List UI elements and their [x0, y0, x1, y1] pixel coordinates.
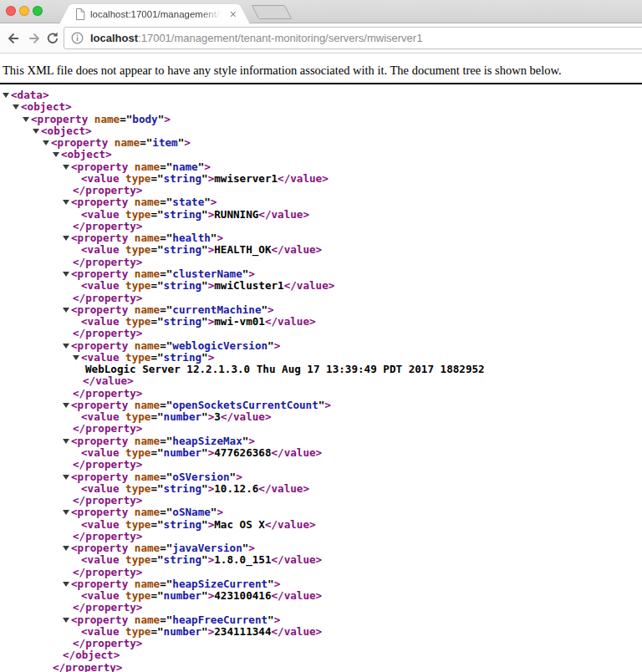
- address-bar[interactable]: localhost:17001/management/tenant-monito…: [64, 27, 642, 49]
- xml-token: =": [150, 351, 163, 364]
- tab-title: localhost:17001/management/t: [90, 9, 225, 19]
- xml-token: RUNNING: [214, 208, 258, 221]
- url-text: localhost:17001/management/tenant-monito…: [90, 32, 422, 44]
- xml-token: item: [152, 136, 177, 149]
- xml-token: number: [164, 446, 202, 459]
- xml-token: >: [164, 113, 171, 125]
- xml-token: =": [150, 315, 163, 328]
- xml-token: =": [160, 435, 172, 447]
- xml-style-notice: This XML file does not appear to have an…: [0, 53, 642, 83]
- page-info-icon[interactable]: [71, 32, 84, 44]
- collapse-arrow-icon[interactable]: [63, 507, 71, 516]
- xml-token: </property>: [73, 530, 142, 542]
- xml-token: >: [217, 232, 223, 244]
- xml-token: =": [160, 160, 172, 173]
- xml-token: <property: [71, 232, 135, 244]
- collapse-arrow-icon[interactable]: [63, 305, 71, 313]
- xml-token: >: [248, 435, 255, 447]
- collapse-arrow-icon[interactable]: [63, 543, 71, 552]
- xml-token: </value>: [265, 518, 316, 531]
- xml-token: <property: [71, 196, 135, 208]
- xml-token: currentMachine: [172, 303, 261, 316]
- xml-token: >: [274, 578, 281, 590]
- xml-token: ": [201, 589, 208, 602]
- xml-token: string: [164, 351, 202, 364]
- xml-token: <value: [81, 446, 125, 459]
- xml-token: >: [184, 136, 191, 149]
- xml-token: <value: [81, 172, 125, 185]
- xml-token: type: [125, 589, 150, 602]
- collapse-arrow-icon[interactable]: [63, 472, 71, 481]
- collapse-arrow-icon[interactable]: [63, 269, 71, 277]
- collapse-arrow-icon[interactable]: [13, 102, 21, 110]
- xml-token: ": [201, 625, 208, 638]
- collapse-arrow-icon[interactable]: [63, 400, 71, 409]
- xml-token: <property: [71, 339, 135, 352]
- collapse-arrow-icon[interactable]: [63, 233, 71, 242]
- collapse-arrow-icon[interactable]: [63, 341, 71, 349]
- xml-token: <value: [81, 482, 125, 495]
- xml-token: name: [135, 542, 160, 554]
- xml-line: </property>: [0, 221, 642, 232]
- xml-token: WebLogic Server 12.2.1.3.0 Thu Aug 17 13…: [85, 363, 485, 375]
- xml-token: </value>: [284, 279, 335, 292]
- collapse-arrow-icon[interactable]: [23, 115, 31, 123]
- xml-token: HEALTH_OK: [214, 243, 271, 256]
- xml-line: <property name="clusterName">: [0, 268, 642, 280]
- xml-token: string: [164, 518, 202, 531]
- xml-token: <property: [31, 113, 94, 125]
- collapse-arrow-icon[interactable]: [3, 90, 11, 99]
- window-minimize-button[interactable]: [19, 6, 29, 16]
- browser-tab[interactable]: localhost:17001/management/t ×: [63, 4, 247, 24]
- forward-button[interactable]: [27, 31, 42, 46]
- xml-token: name: [135, 232, 160, 244]
- xml-line: </property>: [0, 388, 642, 400]
- xml-line: <property name="currentMachine">: [0, 304, 642, 316]
- xml-line: </property>: [0, 185, 642, 196]
- xml-token: <value: [81, 243, 125, 256]
- xml-token: </property>: [73, 422, 142, 435]
- xml-line: <value type="string">mwi-vm01</value>: [0, 316, 642, 328]
- back-button[interactable]: [6, 31, 21, 46]
- xml-viewer: This XML file does not appear to have an…: [0, 53, 642, 672]
- xml-token: string: [164, 315, 202, 328]
- collapse-arrow-icon[interactable]: [63, 615, 71, 624]
- collapse-arrow-icon[interactable]: [33, 126, 41, 135]
- xml-token: state: [172, 196, 204, 208]
- xml-line: <object>: [0, 125, 642, 137]
- collapse-arrow-icon[interactable]: [43, 138, 51, 146]
- xml-token: =": [150, 518, 163, 531]
- tab-strip: localhost:17001/management/t ×: [0, 0, 642, 23]
- xml-token: =": [160, 578, 172, 590]
- xml-token: =": [150, 553, 163, 566]
- window-zoom-button[interactable]: [33, 6, 43, 16]
- collapse-arrow-icon[interactable]: [63, 197, 71, 206]
- xml-token: type: [125, 518, 150, 531]
- collapse-arrow-icon[interactable]: [63, 436, 71, 445]
- xml-line: <value type="string">: [0, 352, 642, 364]
- xml-token: <property: [71, 578, 135, 590]
- xml-token: ": [204, 196, 211, 208]
- xml-token: =": [160, 339, 172, 352]
- window-controls: [0, 0, 54, 23]
- xml-token: =": [150, 172, 163, 185]
- tab-close-icon[interactable]: ×: [230, 9, 237, 19]
- xml-token: </property>: [53, 661, 122, 672]
- xml-line: <property name="heapFreeCurrent">: [0, 614, 642, 626]
- xml-token: <value: [81, 589, 125, 602]
- xml-token: =": [120, 113, 132, 125]
- xml-token: name: [135, 471, 160, 483]
- xml-line: <property name="weblogicVersion">: [0, 340, 642, 352]
- xml-token: name: [135, 435, 160, 447]
- collapse-arrow-icon[interactable]: [73, 353, 81, 361]
- collapse-arrow-icon[interactable]: [53, 150, 61, 158]
- window-close-button[interactable]: [6, 6, 16, 16]
- xml-token: </property>: [73, 256, 142, 268]
- new-tab-button[interactable]: [252, 5, 293, 19]
- xml-token: name: [135, 578, 160, 590]
- collapse-arrow-icon[interactable]: [63, 579, 71, 588]
- collapse-arrow-icon[interactable]: [63, 162, 71, 171]
- xml-token: 10.12.6: [214, 482, 258, 495]
- reload-button[interactable]: [45, 31, 60, 46]
- xml-token: number: [164, 410, 202, 423]
